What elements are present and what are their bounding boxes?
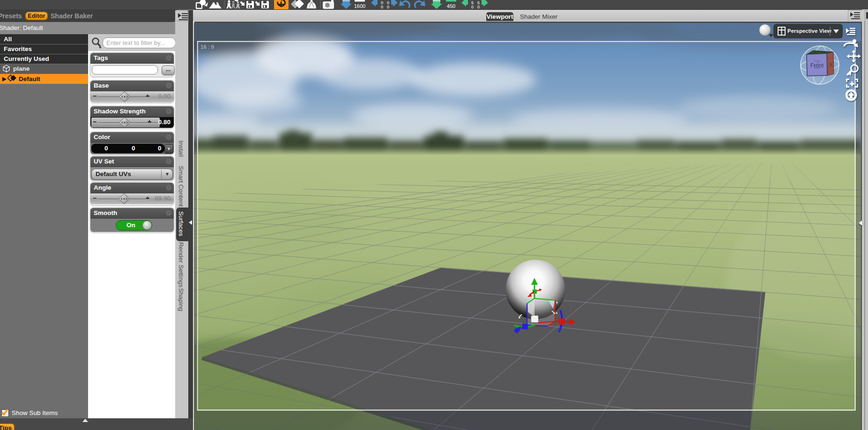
svg-text:X: X [829,61,833,68]
svg-text:1600: 1600 [354,3,365,9]
svg-text:Front: Front [810,62,824,69]
svg-text:16 : 9: 16 : 9 [200,44,214,50]
svg-text:Perspective View: Perspective View [787,28,831,34]
svg-text:0: 0 [381,5,383,9]
svg-text:0: 0 [471,5,474,9]
svg-text:0: 0 [387,5,389,9]
svg-text:450: 450 [447,3,455,9]
svg-text:0: 0 [477,5,480,9]
